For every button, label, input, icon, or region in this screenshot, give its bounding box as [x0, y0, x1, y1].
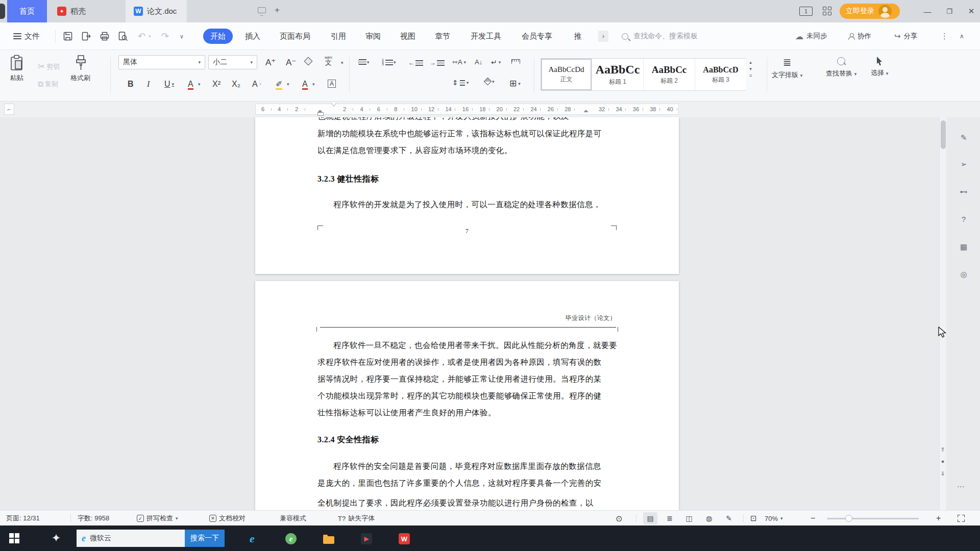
ink-view-button[interactable]: ✎ — [722, 512, 736, 524]
print-preview-icon[interactable] — [117, 31, 129, 42]
decrease-font-icon[interactable]: A⁻ — [286, 57, 296, 68]
char-border-button[interactable]: A — [328, 80, 336, 88]
more-tools-icon[interactable]: ⋯ — [954, 481, 967, 493]
copy-button[interactable]: ⧉复制 — [38, 80, 58, 89]
prev-page-button[interactable]: ⇑ — [938, 446, 947, 453]
highlight-caret[interactable]: ▾ — [287, 82, 289, 87]
scrollbar-thumb[interactable] — [941, 120, 946, 149]
ie-browser-icon[interactable]: e — [246, 533, 258, 545]
clear-format-icon[interactable] — [305, 58, 311, 64]
strikethrough-button[interactable]: A — [188, 80, 193, 90]
superscript-button[interactable]: X² — [212, 80, 220, 89]
pinyin-guide-icon[interactable]: wén文 — [325, 55, 332, 65]
right-indent-marker[interactable] — [583, 110, 588, 115]
missing-font-button[interactable]: T? 缺失字体 — [338, 511, 375, 526]
document-canvas[interactable]: 也就是说在程序后续的升级过程中，开发人员新接入的扩展功能，以及 新增的功能模块在… — [0, 117, 980, 510]
pinyin-caret[interactable]: ▾ — [341, 60, 344, 65]
text-direction-button[interactable]: A↓ — [475, 58, 482, 66]
document-page-8[interactable]: 毕业设计（论文） 程序软件一旦不稳定，也会给使用者带来干扰。因此从性能分析的角度… — [255, 281, 679, 510]
word-count[interactable]: 字数: 9958 — [78, 511, 109, 526]
fit-page-button[interactable]: ⊡ — [750, 511, 757, 526]
numbered-list-button[interactable]: 123▾ — [382, 59, 396, 65]
style-normal[interactable]: AaBbCcDd 正文 — [541, 59, 592, 90]
text-layout-button[interactable]: ≣ 文字排版 ▾ — [772, 56, 802, 80]
style-heading2[interactable]: AaBbCc 标题 2 — [644, 59, 695, 90]
eye-protect-button[interactable]: ⊙ — [616, 511, 622, 526]
strikethrough-caret[interactable]: ▾ — [198, 82, 201, 87]
tab-insert[interactable]: 插入 — [240, 22, 265, 50]
next-page-button[interactable]: ⇓ — [938, 470, 947, 477]
image-extract-icon[interactable]: ▦ — [958, 241, 970, 253]
style-gallery-scroll[interactable]: ▴▾≡ — [749, 59, 752, 79]
taskbar-search[interactable]: e 微软云 搜索一下 — [77, 530, 225, 547]
command-search[interactable]: 查找命令、搜索模板 — [622, 22, 698, 50]
line-spacing-button[interactable]: ⇕▾ — [452, 79, 469, 87]
tab-home-ribbon[interactable]: 开始 — [203, 29, 233, 44]
paste-button[interactable]: 粘贴 — [9, 54, 24, 83]
bold-button[interactable]: B — [128, 80, 134, 89]
italic-button[interactable]: I — [147, 80, 150, 89]
tab-selector[interactable]: ⌐ — [4, 104, 14, 115]
borders-button[interactable]: ⊞▾ — [509, 78, 521, 89]
wps-app-icon[interactable]: W — [398, 533, 410, 545]
green-browser-icon[interactable]: e — [285, 533, 297, 545]
tab-member[interactable]: 会员专享 — [517, 22, 557, 50]
tab-view[interactable]: 视图 — [395, 22, 421, 50]
style-heading1[interactable]: AaBbCc 标题 1 — [592, 59, 644, 90]
select-button[interactable]: 选择 ▾ — [871, 56, 888, 78]
sync-status[interactable]: ☁ 未同步 — [795, 22, 827, 50]
font-name-select[interactable]: 黑体▾ — [118, 55, 205, 69]
search-go-button[interactable]: 搜索一下 — [185, 530, 225, 547]
tab-docer[interactable]: ✦ 稻壳 — [49, 0, 94, 22]
zoom-out-button[interactable]: − — [811, 511, 815, 526]
restore-button[interactable]: ❐ — [942, 0, 957, 22]
tab-developer[interactable]: 开发工具 — [465, 22, 506, 50]
first-line-indent-marker[interactable] — [331, 103, 336, 106]
increase-font-icon[interactable]: A⁺ — [265, 57, 276, 68]
document-page-7[interactable]: 也就是说在程序后续的升级过程中，开发人员新接入的扩展功能，以及 新增的功能模块在… — [255, 117, 679, 274]
save-icon[interactable] — [62, 31, 74, 42]
undo-button[interactable]: ↶▾ — [138, 22, 151, 50]
collapse-ribbon-icon[interactable]: ∧ — [960, 22, 964, 50]
media-app-icon[interactable]: ▶ — [360, 533, 373, 545]
font-size-select[interactable]: 小二▾ — [208, 55, 257, 69]
fullscreen-icon[interactable] — [958, 515, 965, 522]
font-color-button[interactable]: A — [302, 80, 308, 90]
tab-section[interactable]: 章节 — [430, 22, 455, 50]
tab-recommend[interactable]: 推 — [568, 22, 588, 50]
outline-view-button[interactable]: ≣ — [663, 512, 677, 524]
page-indicator[interactable]: 页面: 12/31 — [6, 511, 40, 526]
pinwheel-app-icon[interactable]: ✦ — [47, 525, 65, 551]
location-icon[interactable]: ◎ — [958, 268, 970, 281]
tab-page-layout[interactable]: 页面布局 — [274, 22, 316, 50]
char-scale-button[interactable]: ⇿A▾ — [452, 58, 466, 66]
find-replace-button[interactable]: 查找替换 ▾ — [826, 57, 856, 78]
annotate-pen-icon[interactable]: ✎ — [958, 132, 970, 144]
login-button[interactable]: 立即登录 — [840, 4, 900, 19]
collaborate-button[interactable]: 协作 — [848, 22, 871, 50]
read-view-button[interactable]: ◫ — [682, 512, 696, 524]
switch-window-icon[interactable]: 1 — [799, 7, 813, 16]
file-explorer-icon[interactable] — [323, 533, 335, 545]
more-tabs-arrow[interactable]: › — [598, 31, 608, 42]
web-view-button[interactable]: ◍ — [702, 512, 716, 524]
redo-button[interactable]: ↷ — [161, 22, 169, 50]
pointer-tool-icon[interactable]: ➢ — [958, 158, 970, 170]
share-button[interactable]: ↪ 分享 — [894, 22, 918, 50]
page-view-button[interactable]: ▤ — [643, 512, 657, 524]
compat-mode[interactable]: 兼容模式 — [280, 511, 306, 526]
tab-review[interactable]: 审阅 — [360, 22, 386, 50]
minimize-button[interactable]: — — [920, 0, 935, 22]
file-menu[interactable]: 文件 — [13, 22, 40, 50]
close-button[interactable]: ✕ — [964, 0, 979, 22]
proofread-button[interactable]: ✕ 文档校对 — [209, 511, 246, 526]
zoom-slider-knob[interactable] — [845, 515, 852, 522]
style-heading3[interactable]: AaBbCcD 标题 3 — [695, 59, 746, 90]
shading-button[interactable]: ▾ — [485, 79, 495, 84]
hanging-indent-marker[interactable] — [317, 110, 322, 115]
help-icon[interactable]: ? — [958, 213, 970, 226]
ruler-strip[interactable]: 6422468101214161820222426283234363840 — [255, 104, 679, 115]
tab-ruler-button[interactable] — [511, 59, 520, 64]
format-painter-button[interactable]: 格式刷 — [70, 54, 90, 83]
zoom-in-button[interactable]: + — [936, 511, 941, 526]
